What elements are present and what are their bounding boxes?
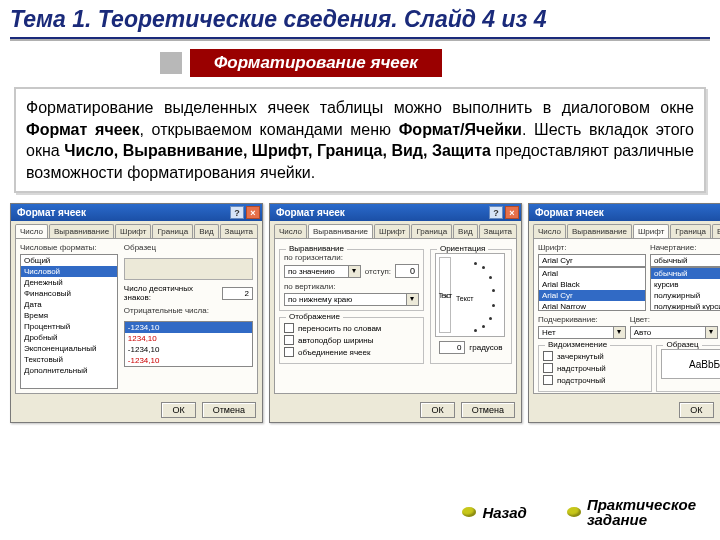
merge-checkbox[interactable]: объединение ячеек (284, 347, 419, 357)
format-hint: Числовой формат является наиболее общим … (20, 393, 253, 394)
degrees-label: градусов (469, 343, 502, 352)
tab-number[interactable]: Число (15, 224, 48, 238)
list-item[interactable]: Arial Narrow (539, 301, 645, 311)
effects-group: Видоизменение зачеркнутый надстрочный по… (538, 345, 652, 392)
ok-button[interactable]: ОК (420, 402, 454, 418)
list-item[interactable]: Дробный (21, 332, 117, 343)
help-button[interactable]: ? (230, 206, 244, 219)
tab-protect[interactable]: Защита (220, 224, 258, 238)
horiz-label: по горизонтали: (284, 253, 419, 262)
group-title: Видоизменение (545, 340, 610, 349)
tab-font[interactable]: Шрифт (633, 224, 669, 238)
tab-view[interactable]: Вид (453, 224, 477, 238)
font-input[interactable]: Arial Cyr (538, 254, 646, 267)
list-item[interactable]: Время (21, 310, 117, 321)
negative-listbox[interactable]: -1234,10 1234,10 -1234,10 -1234,10 (124, 321, 253, 367)
group-title: Выравнивание (286, 244, 347, 253)
vert-combo[interactable]: по нижнему краю▾ (284, 293, 419, 306)
underline-combo[interactable]: Нет▾ (538, 326, 626, 339)
orientation-dial[interactable]: Текст Текст (435, 253, 505, 337)
dialog-title-text: Формат ячеек (535, 207, 604, 218)
tab-border[interactable]: Граница (411, 224, 452, 238)
banner-square-icon (160, 52, 182, 74)
list-item[interactable]: Денежный (21, 277, 117, 288)
color-combo[interactable]: Авто▾ (630, 326, 718, 339)
list-item[interactable]: -1234,10 (125, 344, 252, 355)
tab-alignment[interactable]: Выравнивание (49, 224, 114, 238)
ok-button[interactable]: ОК (679, 402, 713, 418)
dialog-titlebar[interactable]: Формат ячеек ? × (529, 204, 720, 221)
tab-view[interactable]: Вид (194, 224, 218, 238)
banner-row: Форматирование ячеек (160, 49, 720, 77)
group-title: Отображение (286, 312, 343, 321)
wrap-checkbox[interactable]: переносить по словам (284, 323, 419, 333)
list-item[interactable]: Процентный (21, 321, 117, 332)
title-divider (10, 37, 710, 41)
list-item[interactable]: -1234,10 (125, 322, 252, 333)
nav-back[interactable]: Назад (462, 504, 526, 521)
list-item[interactable]: Общий (21, 255, 117, 266)
list-item[interactable]: Дополнительный (21, 365, 117, 376)
decimals-label: Число десятичных знаков: (124, 284, 218, 302)
tab-protect[interactable]: Защита (479, 224, 517, 238)
font-listbox[interactable]: Arial Arial Black Arial Cyr Arial Narrow (538, 267, 646, 311)
indent-label: отступ: (365, 267, 391, 276)
close-button[interactable]: × (246, 206, 260, 219)
list-item[interactable]: полужирный курсив (651, 301, 720, 311)
list-item[interactable]: 1234,10 (125, 333, 252, 344)
cancel-button[interactable]: Отмена (202, 402, 256, 418)
list-item[interactable]: Экспоненциальный (21, 343, 117, 354)
list-item[interactable]: -1234,10 (125, 355, 252, 366)
dialog-titlebar[interactable]: Формат ячеек ? × (11, 204, 262, 221)
vertical-text-icon: Текст (439, 257, 451, 333)
cancel-button[interactable]: Отмена (461, 402, 515, 418)
dialog-tabs: Число Выравнивание Шрифт Граница Вид Защ… (529, 221, 720, 238)
dialog-tabs: Число Выравнивание Шрифт Граница Вид Защ… (270, 221, 521, 238)
superscript-checkbox[interactable]: надстрочный (543, 363, 647, 373)
tab-number[interactable]: Число (274, 224, 307, 238)
list-item[interactable]: Arial Black (539, 279, 645, 290)
tab-font[interactable]: Шрифт (374, 224, 410, 238)
strike-checkbox[interactable]: зачеркнутый (543, 351, 647, 361)
nav-task[interactable]: Практическое задание (567, 497, 696, 529)
list-item[interactable]: Arial (539, 268, 645, 279)
dialog-title-text: Формат ячеек (17, 207, 86, 218)
list-item[interactable]: курсив (651, 279, 720, 290)
desc-bold: Формат ячеек (26, 121, 139, 138)
dialog-titlebar[interactable]: Формат ячеек ? × (270, 204, 521, 221)
list-item[interactable]: полужирный (651, 290, 720, 301)
style-listbox[interactable]: обычный курсив полужирный полужирный кур… (650, 267, 720, 311)
list-item[interactable]: Дата (21, 299, 117, 310)
list-item[interactable]: обычный (651, 268, 720, 279)
subscript-checkbox[interactable]: подстрочный (543, 375, 647, 385)
alignment-group: Выравнивание по горизонтали: по значению… (279, 249, 424, 311)
list-item[interactable]: Текстовый (21, 354, 117, 365)
dialog-tabs: Число Выравнивание Шрифт Граница Вид Защ… (11, 221, 262, 238)
tab-border[interactable]: Граница (152, 224, 193, 238)
horiz-combo[interactable]: по значению▾ (284, 265, 361, 278)
degrees-spinner[interactable]: 0 (439, 341, 465, 354)
footer-nav: Назад Практическое задание (462, 497, 696, 529)
tab-alignment[interactable]: Выравнивание (308, 224, 373, 238)
formats-listbox[interactable]: Общий Числовой Денежный Финансовый Дата … (20, 254, 118, 389)
decimals-spinner[interactable]: 2 (222, 287, 253, 300)
tab-border[interactable]: Граница (670, 224, 711, 238)
tab-view[interactable]: Вид (712, 224, 720, 238)
nav-task-label: Практическое (587, 497, 696, 513)
tab-number[interactable]: Число (533, 224, 566, 238)
formats-label: Числовые форматы: (20, 243, 118, 252)
list-item[interactable]: Числовой (21, 266, 117, 277)
list-item[interactable]: Финансовый (21, 288, 117, 299)
style-input[interactable]: обычный (650, 254, 720, 267)
indent-spinner[interactable]: 0 (395, 264, 419, 278)
list-item[interactable]: Arial Cyr (539, 290, 645, 301)
tab-alignment[interactable]: Выравнивание (567, 224, 632, 238)
ok-button[interactable]: ОК (161, 402, 195, 418)
font-preview: АаBbБбЯя (661, 349, 720, 379)
autofit-checkbox[interactable]: автоподбор ширины (284, 335, 419, 345)
close-button[interactable]: × (505, 206, 519, 219)
tab-font[interactable]: Шрифт (115, 224, 151, 238)
help-button[interactable]: ? (489, 206, 503, 219)
dialog-alignment: Формат ячеек ? × Число Выравнивание Шриф… (269, 203, 522, 423)
dialog-font: Формат ячеек ? × Число Выравнивание Шриф… (528, 203, 720, 423)
